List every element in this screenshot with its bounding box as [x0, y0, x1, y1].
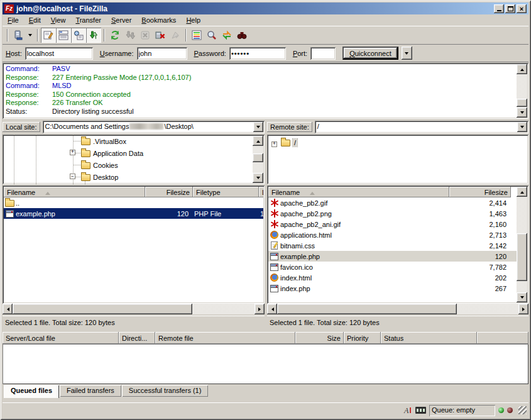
scroll-left-button[interactable]	[3, 304, 13, 314]
toggle-message-log-button[interactable]	[41, 28, 56, 43]
quickconnect-button[interactable]: Quickconnect	[342, 47, 398, 60]
menu-file[interactable]: File	[3, 15, 24, 25]
scroll-up-button[interactable]	[253, 136, 263, 146]
maximize-button[interactable]	[505, 4, 515, 13]
toggle-local-tree-button[interactable]	[56, 28, 71, 43]
local-path-combobox[interactable]: C:\Documents and Settings\Desktop\	[43, 121, 265, 133]
title-bar[interactable]: Fz john@localhost - FileZilla ×	[3, 3, 528, 14]
scroll-left-button[interactable]	[267, 304, 277, 314]
remote-file-row[interactable]: apache_pb2.png 1,463	[268, 208, 527, 219]
column-header-filename[interactable]: Filename	[268, 187, 449, 197]
tree-item-virtualbox[interactable]: .VirtualBox	[3, 135, 252, 147]
column-header-priority[interactable]: Priority	[344, 332, 381, 344]
scroll-right-button[interactable]	[255, 304, 265, 314]
local-horizontal-scrollbar[interactable]	[3, 304, 265, 314]
resize-grip[interactable]	[518, 406, 527, 414]
local-directory-tree[interactable]: .VirtualBox Application Data Cookies Des…	[3, 135, 265, 184]
quickconnect-dropdown-button[interactable]	[402, 47, 412, 60]
filename-filters-button[interactable]	[204, 28, 219, 43]
scrollbar-thumb[interactable]	[517, 99, 527, 107]
column-header-remote-file[interactable]: Remote file	[155, 332, 295, 344]
remote-file-row[interactable]: index.php 267	[268, 283, 527, 294]
scrollbar-thumb[interactable]	[13, 304, 192, 314]
menu-edit[interactable]: Edit	[24, 15, 46, 25]
directory-comparison-icon	[192, 30, 202, 40]
cancel-operation-button[interactable]	[138, 28, 153, 43]
scrollbar-thumb[interactable]	[277, 304, 457, 314]
toggle-transfer-queue-button[interactable]	[86, 28, 101, 43]
close-button[interactable]: ×	[517, 4, 527, 13]
column-header-direction[interactable]: Directi...	[119, 332, 155, 344]
combo-dropdown-button[interactable]	[517, 122, 527, 132]
password-label: Password:	[194, 50, 226, 57]
column-header-status[interactable]: Status	[381, 332, 477, 344]
scroll-down-button[interactable]	[517, 292, 527, 302]
scroll-right-button[interactable]	[518, 304, 528, 314]
scrollbar-thumb[interactable]	[517, 233, 527, 281]
expand-icon[interactable]	[271, 141, 277, 147]
menu-view[interactable]: View	[46, 15, 71, 25]
log-scrollbar[interactable]	[517, 64, 527, 118]
speed-limit-indicator-icon[interactable]	[415, 407, 426, 414]
remote-file-row[interactable]: apache_pb2_ani.gif 2,160	[268, 219, 527, 229]
remote-horizontal-scrollbar[interactable]	[267, 304, 528, 314]
scroll-up-button[interactable]	[517, 64, 527, 74]
remote-file-row[interactable]: apache_pb2.gif 2,414	[268, 197, 527, 208]
column-header-filename[interactable]: Filename	[4, 187, 145, 197]
menu-server[interactable]: Server	[106, 15, 136, 25]
scroll-up-button[interactable]	[517, 187, 527, 197]
tab-queued-files[interactable]: Queued files	[4, 385, 59, 398]
combo-dropdown-button[interactable]	[253, 122, 263, 132]
menu-bookmarks[interactable]: Bookmarks	[136, 15, 181, 25]
column-header-filetype[interactable]: Filetype	[193, 187, 259, 197]
password-input[interactable]	[229, 47, 286, 60]
port-input[interactable]	[310, 47, 336, 60]
queue-list[interactable]	[3, 344, 528, 384]
host-input[interactable]	[25, 47, 93, 60]
column-header-size[interactable]: Size	[295, 332, 344, 344]
find-files-button[interactable]	[234, 28, 249, 43]
expand-icon[interactable]	[70, 150, 75, 155]
refresh-button[interactable]	[107, 28, 123, 43]
tree-item-desktop[interactable]: Desktop	[3, 171, 252, 183]
column-header-filesize[interactable]: Filesize	[145, 187, 193, 197]
collapse-icon[interactable]	[70, 174, 75, 179]
site-manager-dropdown-button[interactable]	[26, 28, 35, 43]
synchronized-browsing-button[interactable]	[219, 28, 234, 43]
scroll-down-button[interactable]	[253, 173, 263, 183]
remote-file-row[interactable]: favicon.ico 7,782	[268, 262, 527, 272]
menu-help[interactable]: Help	[181, 15, 205, 25]
local-tree-scrollbar[interactable]	[253, 136, 263, 183]
username-input[interactable]	[137, 47, 187, 60]
remote-file-row[interactable]: index.html 202	[268, 272, 527, 283]
scroll-down-button[interactable]	[517, 108, 527, 118]
tree-item-application-data[interactable]: Application Data	[3, 147, 252, 159]
remote-file-row[interactable]: applications.html 2,713	[268, 229, 527, 240]
toolbar-separator	[104, 29, 105, 41]
menu-transfer[interactable]: Transfer	[70, 15, 106, 25]
minimize-button[interactable]	[494, 4, 504, 13]
data-type-indicator-icon[interactable]: A	[403, 406, 412, 415]
tab-failed-transfers[interactable]: Failed transfers	[60, 385, 121, 397]
tree-item-cookies[interactable]: Cookies	[3, 159, 252, 171]
site-manager-button[interactable]	[11, 28, 26, 43]
remote-file-row[interactable]: bitnami.css 2,142	[268, 240, 527, 251]
folder-icon	[81, 174, 90, 181]
remote-list-scrollbar[interactable]	[517, 187, 527, 302]
scrollbar-thumb[interactable]	[253, 153, 263, 162]
column-header-filesize[interactable]: Filesize	[449, 187, 511, 197]
local-file-row-updir[interactable]: ..	[4, 197, 263, 208]
local-file-row-example-php[interactable]: example.php 120 PHP File 1	[4, 208, 263, 219]
tree-item-root[interactable]: /	[267, 136, 516, 148]
remote-directory-tree[interactable]: /	[267, 135, 528, 184]
column-header-lastmodified[interactable]: L	[259, 187, 263, 197]
column-header-server-local-file[interactable]: Server/Local file	[3, 332, 119, 344]
toggle-remote-tree-button[interactable]	[71, 28, 86, 43]
tab-successful-transfers[interactable]: Successful transfers (1)	[122, 385, 209, 397]
remote-file-row-selected[interactable]: example.php 120	[268, 251, 527, 262]
reconnect-button[interactable]	[168, 28, 183, 43]
process-queue-button[interactable]	[123, 28, 138, 43]
disconnect-button[interactable]	[153, 28, 168, 43]
directory-comparison-button[interactable]	[189, 28, 204, 43]
remote-path-combobox[interactable]: /	[315, 121, 528, 133]
